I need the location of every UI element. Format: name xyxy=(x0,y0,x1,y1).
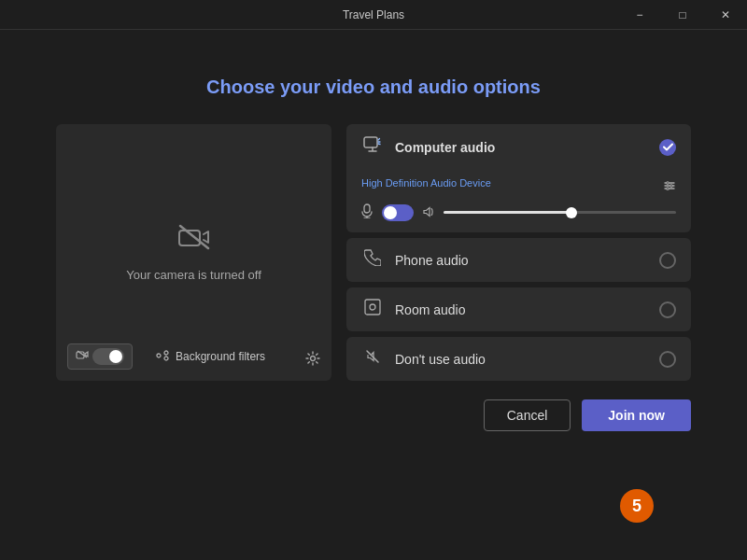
window-title: Travel Plans xyxy=(343,8,404,21)
audio-options: Computer audio High Definition Audio Dev… xyxy=(346,124,691,381)
background-filters-button[interactable]: Background filters xyxy=(155,349,265,365)
svg-rect-6 xyxy=(364,137,377,147)
svg-point-3 xyxy=(164,351,168,355)
step-badge: 5 xyxy=(620,489,654,523)
computer-audio-icon xyxy=(361,135,384,159)
svg-point-17 xyxy=(370,304,375,310)
buttons-row: Cancel Join now xyxy=(56,399,691,431)
no-audio-radio xyxy=(659,351,676,368)
background-filters-label: Background filters xyxy=(176,350,265,363)
camera-controls: Background filters xyxy=(67,343,265,370)
minimize-button[interactable]: − xyxy=(618,0,661,30)
main-content: Choose your video and audio options Your… xyxy=(0,30,747,431)
room-audio-label: Room audio xyxy=(395,302,648,317)
microphone-icon xyxy=(361,203,373,221)
hd-audio-label: High Definition Audio Device xyxy=(361,177,491,189)
svg-point-4 xyxy=(164,357,168,360)
page-heading: Choose your video and audio options xyxy=(206,77,541,98)
step-badge-number: 5 xyxy=(632,497,641,516)
background-filters-icon xyxy=(155,349,170,365)
options-container: Your camera is turned off xyxy=(56,124,691,381)
volume-icon xyxy=(423,205,436,220)
svg-point-5 xyxy=(311,357,316,361)
mic-toggle-switch[interactable] xyxy=(382,204,414,221)
svg-point-10 xyxy=(667,181,669,184)
computer-audio-option[interactable]: Computer audio xyxy=(346,124,691,170)
title-bar: Travel Plans − □ ✕ xyxy=(0,0,747,30)
room-audio-radio xyxy=(659,301,676,318)
camera-small-icon xyxy=(76,350,89,363)
camera-toggle-switch[interactable] xyxy=(92,348,124,365)
svg-rect-13 xyxy=(364,204,370,213)
maximize-button[interactable]: □ xyxy=(661,0,704,30)
computer-audio-check xyxy=(659,139,676,156)
svg-point-2 xyxy=(157,354,161,357)
no-audio-option[interactable]: Don't use audio xyxy=(346,337,691,381)
room-audio-icon xyxy=(361,299,384,320)
volume-slider-thumb xyxy=(566,207,577,218)
hd-audio-controls xyxy=(361,203,676,221)
no-audio-label: Don't use audio xyxy=(395,352,648,367)
camera-settings-button[interactable] xyxy=(305,351,320,370)
phone-audio-icon xyxy=(361,249,384,271)
room-audio-option[interactable]: Room audio xyxy=(346,287,691,331)
camera-off-text: Your camera is turned off xyxy=(126,268,261,282)
phone-audio-radio xyxy=(659,252,676,269)
window-controls: − □ ✕ xyxy=(618,0,747,30)
phone-audio-option[interactable]: Phone audio xyxy=(346,238,691,282)
computer-audio-label: Computer audio xyxy=(395,140,648,155)
camera-preview: Your camera is turned off xyxy=(56,124,331,381)
camera-toggle-button[interactable] xyxy=(67,343,133,370)
join-button[interactable]: Join now xyxy=(582,399,691,431)
camera-off-icon xyxy=(177,223,211,259)
no-audio-icon xyxy=(361,348,384,370)
volume-slider-fill xyxy=(444,211,571,214)
hd-settings-icon[interactable] xyxy=(663,179,676,195)
close-button[interactable]: ✕ xyxy=(704,0,747,30)
cancel-button[interactable]: Cancel xyxy=(484,399,571,431)
volume-slider[interactable] xyxy=(444,211,676,214)
hd-audio-section: High Definition Audio Device xyxy=(346,170,691,232)
svg-point-11 xyxy=(670,184,673,187)
svg-rect-16 xyxy=(365,300,380,315)
phone-audio-label: Phone audio xyxy=(395,253,648,268)
svg-point-12 xyxy=(667,187,669,189)
volume-slider-container xyxy=(423,205,676,220)
